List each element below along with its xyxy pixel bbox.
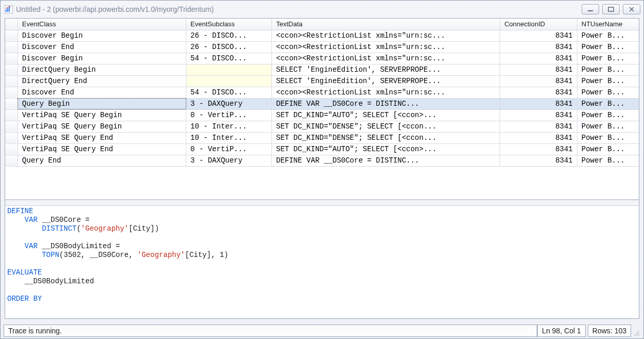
cell-nt-user[interactable]: Power B... <box>577 121 639 132</box>
titlebar[interactable]: Untitled - 2 (powerbi://api.powerbi.com/… <box>1 1 643 18</box>
cell-event-class[interactable]: Discover End <box>18 41 186 53</box>
cell-connection-id[interactable]: 8341 <box>500 87 577 98</box>
row-header[interactable] <box>5 121 18 132</box>
cell-event-class[interactable]: DirectQuery Begin <box>18 64 186 75</box>
cell-text-data[interactable]: SET DC_KIND="DENSE"; SELECT [<ccon... <box>272 132 500 143</box>
close-button[interactable] <box>623 4 640 14</box>
cell-event-class[interactable]: DirectQuery End <box>18 75 186 87</box>
cell-text-data[interactable]: <ccon><RestrictionList xmlns="urn:sc... <box>272 87 500 98</box>
cell-text-data[interactable]: <ccon><RestrictionList xmlns="urn:sc... <box>272 30 500 41</box>
cell-connection-id[interactable]: 8341 <box>500 155 577 166</box>
cell-event-subclass[interactable]: 54 - DISCO... <box>186 53 272 64</box>
row-header[interactable] <box>5 41 18 53</box>
row-header-col[interactable] <box>5 19 18 30</box>
table-row[interactable]: Query Begin3 - DAXQueryDEFINE VAR __DS0C… <box>5 98 639 109</box>
cell-text-data[interactable]: DEFINE VAR __DS0Core = DISTINC... <box>272 98 500 109</box>
table-row[interactable]: VertiPaq SE Query Begin0 - VertiP...SET … <box>5 109 639 121</box>
cell-text-data[interactable]: <ccon><RestrictionList xmlns="urn:sc... <box>272 41 500 53</box>
cell-event-class[interactable]: VertiPaq SE Query End <box>18 132 186 143</box>
cell-event-subclass[interactable]: 0 - VertiP... <box>186 109 272 121</box>
cell-nt-user[interactable]: Power B... <box>577 75 639 87</box>
col-nt-user[interactable]: NTUserName <box>577 19 639 30</box>
table-row[interactable]: VertiPaq SE Query End10 - Inter...SET DC… <box>5 132 639 143</box>
table-row[interactable]: Discover Begin54 - DISCO...<ccon><Restri… <box>5 53 639 64</box>
row-header[interactable] <box>5 75 18 87</box>
table-row[interactable]: Discover Begin26 - DISCO...<ccon><Restri… <box>5 30 639 41</box>
cell-nt-user[interactable]: Power B... <box>577 132 639 143</box>
cell-text-data[interactable]: SET DC_KIND="AUTO"; SELECT [<ccon>... <box>272 143 500 155</box>
row-header[interactable] <box>5 53 18 64</box>
cell-connection-id[interactable]: 8341 <box>500 132 577 143</box>
table-row[interactable]: DirectQuery End SELECT 'EngineEdition', … <box>5 75 639 87</box>
row-header[interactable] <box>5 30 18 41</box>
row-header[interactable] <box>5 109 18 121</box>
row-header[interactable] <box>5 98 18 109</box>
cell-connection-id[interactable]: 8341 <box>500 41 577 53</box>
cell-text-data[interactable]: SELECT 'EngineEdition', SERVERPROPE... <box>272 75 500 87</box>
cell-nt-user[interactable]: Power B... <box>577 109 639 121</box>
cell-event-subclass[interactable]: 54 - DISCO... <box>186 87 272 98</box>
cell-text-data[interactable]: SET DC_KIND="AUTO"; SELECT [<ccon>... <box>272 109 500 121</box>
cell-nt-user[interactable]: Power B... <box>577 98 639 109</box>
row-header[interactable] <box>5 143 18 155</box>
cell-text-data[interactable]: SET DC_KIND="DENSE"; SELECT [<ccon... <box>272 121 500 132</box>
table-row[interactable]: DirectQuery Begin SELECT 'EngineEdition'… <box>5 64 639 75</box>
cell-connection-id[interactable]: 8341 <box>500 109 577 121</box>
cell-nt-user[interactable]: Power B... <box>577 155 639 166</box>
cell-event-class[interactable]: VertiPaq SE Query Begin <box>18 121 186 132</box>
cell-event-class[interactable]: Query Begin <box>18 98 186 109</box>
minimize-button[interactable] <box>582 4 599 14</box>
cell-connection-id[interactable]: 8341 <box>500 121 577 132</box>
cell-event-subclass[interactable]: 10 - Inter... <box>186 132 272 143</box>
horizontal-splitter[interactable] <box>5 200 639 206</box>
cell-event-class[interactable]: Discover Begin <box>18 53 186 64</box>
cell-nt-user[interactable]: Power B... <box>577 143 639 155</box>
trace-grid-pane[interactable]: EventClass EventSubclass TextData Connec… <box>5 19 639 200</box>
cell-nt-user[interactable]: Power B... <box>577 30 639 41</box>
table-row[interactable]: Query End3 - DAXQueryDEFINE VAR __DS0Cor… <box>5 155 639 166</box>
trace-grid[interactable]: EventClass EventSubclass TextData Connec… <box>5 19 639 167</box>
cell-event-class[interactable]: Discover End <box>18 87 186 98</box>
cell-event-subclass[interactable]: 3 - DAXQuery <box>186 98 272 109</box>
cell-event-subclass[interactable]: 3 - DAXQuery <box>186 155 272 166</box>
cell-text-data[interactable]: <ccon><RestrictionList xmlns="urn:sc... <box>272 53 500 64</box>
cell-event-class[interactable]: Query End <box>18 155 186 166</box>
cell-event-subclass[interactable] <box>186 64 272 75</box>
cell-event-subclass[interactable]: 10 - Inter... <box>186 121 272 132</box>
resize-grip[interactable] <box>631 325 640 337</box>
svg-rect-3 <box>9 7 10 12</box>
cell-text-data[interactable]: DEFINE VAR __DS0Core = DISTINC... <box>272 155 500 166</box>
table-row[interactable]: Discover End54 - DISCO...<ccon><Restrict… <box>5 87 639 98</box>
cell-event-class[interactable]: VertiPaq SE Query Begin <box>18 109 186 121</box>
row-header[interactable] <box>5 64 18 75</box>
cell-event-subclass[interactable]: 26 - DISCO... <box>186 30 272 41</box>
cell-connection-id[interactable]: 8341 <box>500 98 577 109</box>
table-row[interactable]: VertiPaq SE Query End0 - VertiP...SET DC… <box>5 143 639 155</box>
cell-nt-user[interactable]: Power B... <box>577 64 639 75</box>
cell-nt-user[interactable]: Power B... <box>577 53 639 64</box>
cell-text-data[interactable]: SELECT 'EngineEdition', SERVERPROPE... <box>272 64 500 75</box>
col-connection-id[interactable]: ConnectionID <box>500 19 577 30</box>
col-event-subclass[interactable]: EventSubclass <box>186 19 272 30</box>
row-header[interactable] <box>5 132 18 143</box>
cell-event-subclass[interactable] <box>186 75 272 87</box>
query-text-pane[interactable]: DEFINE VAR __DS0Core = DISTINCT('Geograp… <box>5 206 639 318</box>
cell-event-subclass[interactable]: 0 - VertiP... <box>186 143 272 155</box>
table-row[interactable]: VertiPaq SE Query Begin10 - Inter...SET … <box>5 121 639 132</box>
cell-event-subclass[interactable]: 26 - DISCO... <box>186 41 272 53</box>
cell-connection-id[interactable]: 8341 <box>500 75 577 87</box>
cell-event-class[interactable]: Discover Begin <box>18 30 186 41</box>
cell-nt-user[interactable]: Power B... <box>577 87 639 98</box>
cell-connection-id[interactable]: 8341 <box>500 64 577 75</box>
cell-nt-user[interactable]: Power B... <box>577 41 639 53</box>
row-header[interactable] <box>5 155 18 166</box>
cell-event-class[interactable]: VertiPaq SE Query End <box>18 143 186 155</box>
row-header[interactable] <box>5 87 18 98</box>
table-row[interactable]: Discover End26 - DISCO...<ccon><Restrict… <box>5 41 639 53</box>
col-event-class[interactable]: EventClass <box>18 19 186 30</box>
col-text-data[interactable]: TextData <box>272 19 500 30</box>
cell-connection-id[interactable]: 8341 <box>500 30 577 41</box>
cell-connection-id[interactable]: 8341 <box>500 53 577 64</box>
cell-connection-id[interactable]: 8341 <box>500 143 577 155</box>
maximize-button[interactable] <box>602 4 620 14</box>
